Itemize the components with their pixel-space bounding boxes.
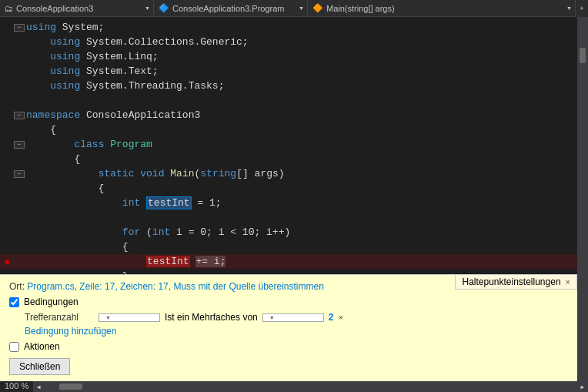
trefferanzahl-label: Trefferanzahl bbox=[25, 312, 94, 323]
code-line-18: } bbox=[0, 269, 577, 274]
line-code-5: using System.Threading.Tasks; bbox=[26, 80, 224, 92]
code-content: − using System; using System.Collections… bbox=[0, 17, 577, 274]
code-editor: − using System; using System.Collections… bbox=[0, 17, 577, 381]
line-code-15: for (int i = 0; i < 10; i++) bbox=[26, 226, 290, 238]
expand-btn-9[interactable]: − bbox=[14, 141, 25, 149]
line-code-11: static void Main(string[] args) bbox=[26, 168, 285, 179]
code-line-11: − static void Main(string[] args) bbox=[0, 166, 577, 181]
bottom-panel: Haltepunkteinstellungen × Ort: Program.c… bbox=[0, 274, 577, 381]
line-code-13: int testInt = 1; bbox=[26, 197, 222, 209]
code-line-9: − class Program bbox=[0, 137, 577, 152]
h-scroll-thumb[interactable] bbox=[59, 384, 82, 390]
project-dropdown[interactable]: 🗂 ConsoleApplication3 bbox=[0, 0, 154, 16]
expand-btn-11[interactable]: − bbox=[14, 170, 25, 178]
code-line-5: using System.Threading.Tasks; bbox=[0, 79, 577, 93]
code-line-15: for (int i = 0; i < 10; i++) bbox=[0, 225, 577, 240]
main-area: − using System; using System.Collections… bbox=[0, 17, 588, 381]
line-code-12: { bbox=[26, 183, 104, 194]
condition-row-1: Trefferanzahl Ist ein Mehrfaches von 2 × bbox=[25, 312, 568, 323]
value-badge: 2 bbox=[329, 312, 334, 323]
code-line-2: using System.Collections.Generic; bbox=[0, 35, 577, 49]
line-code-9: class Program bbox=[26, 139, 152, 150]
bedingungen-label: Bedingungen bbox=[24, 297, 79, 307]
actions-row: Aktionen bbox=[9, 341, 568, 352]
line-code-17: testInt += i; bbox=[26, 256, 226, 267]
right-scrollbar[interactable] bbox=[577, 17, 588, 381]
line-code-8: { bbox=[26, 124, 56, 136]
condition-grid: Trefferanzahl Ist ein Mehrfaches von 2 ×… bbox=[25, 312, 568, 337]
line-code-7: namespace ConsoleApplication3 bbox=[26, 109, 200, 121]
code-line-8: { bbox=[0, 122, 577, 137]
code-line-14 bbox=[0, 210, 577, 225]
line-code-16: { bbox=[26, 241, 129, 253]
trefferanzahl-dropdown[interactable] bbox=[99, 313, 160, 322]
method-icon: 🔶 bbox=[312, 3, 323, 13]
close-panel-button[interactable]: Schließen bbox=[9, 358, 70, 375]
scroll-right-arrow[interactable]: ▶ bbox=[577, 381, 588, 392]
horizontal-scrollbar[interactable] bbox=[44, 381, 577, 392]
expand-btn-1[interactable]: − bbox=[14, 24, 25, 32]
scroll-thumb[interactable] bbox=[580, 48, 586, 63]
code-line-6 bbox=[0, 93, 577, 108]
ist-ein-dropdown[interactable] bbox=[262, 313, 324, 322]
zoom-label: 100 % bbox=[0, 381, 33, 392]
line-indicator-17: ● bbox=[0, 256, 14, 268]
code-line-4: using System.Text; bbox=[0, 64, 577, 79]
aktionen-label: Aktionen bbox=[24, 341, 60, 352]
haltepunkt-close-button[interactable]: × bbox=[566, 278, 570, 286]
class-dropdown[interactable]: 🔷 ConsoleApplication3.Program bbox=[154, 0, 308, 16]
code-line-1: − using System; bbox=[0, 20, 577, 35]
line-code-1: using System; bbox=[26, 22, 104, 33]
line-code-4: using System.Text; bbox=[26, 65, 159, 77]
ist-ein-label: Ist ein Mehrfaches von bbox=[165, 312, 258, 323]
line-code-10: { bbox=[26, 153, 80, 165]
code-line-3: using System.Linq; bbox=[0, 49, 577, 64]
haltepunkt-title: Haltepunkteinstellungen bbox=[462, 276, 560, 287]
expand-btn-7[interactable]: − bbox=[14, 112, 25, 119]
method-dropdown[interactable]: 🔶 Main(string[] args) bbox=[308, 0, 576, 16]
method-select[interactable]: Main(string[] args) bbox=[326, 4, 406, 13]
code-line-17: ● testInt += i; bbox=[0, 254, 577, 269]
class-icon: 🔷 bbox=[159, 3, 169, 13]
remove-condition-button[interactable]: × bbox=[338, 313, 342, 322]
scroll-up-button[interactable]: + bbox=[576, 0, 588, 17]
bedingungen-row: Bedingungen bbox=[9, 297, 568, 307]
line-code-3: using System.Linq; bbox=[26, 51, 159, 62]
haltepunkt-header: Haltepunkteinstellungen × bbox=[455, 275, 577, 290]
add-condition-link[interactable]: Bedingung hinzufügen bbox=[25, 326, 116, 337]
title-bar: 🗂 ConsoleApplication3 🔷 ConsoleApplicati… bbox=[0, 0, 588, 17]
project-icon: 🗂 bbox=[5, 4, 13, 13]
code-line-16: { bbox=[0, 240, 577, 254]
code-line-7: − namespace ConsoleApplication3 bbox=[0, 108, 577, 122]
ort-link[interactable]: Program.cs, Zeile: 17, Zeichen: 17, Muss… bbox=[27, 281, 324, 292]
line-code-2: using System.Collections.Generic; bbox=[26, 36, 249, 48]
code-line-12: { bbox=[0, 181, 577, 196]
project-select[interactable]: ConsoleApplication3 bbox=[16, 4, 105, 13]
aktionen-checkbox[interactable] bbox=[9, 342, 19, 352]
code-line-13: int testInt = 1; bbox=[0, 196, 577, 210]
add-condition-row: Bedingung hinzufügen bbox=[25, 326, 568, 337]
ort-label: Ort: bbox=[9, 281, 25, 292]
bedingungen-checkbox[interactable] bbox=[9, 297, 19, 307]
bottom-bar: 100 % ◀ ▶ bbox=[0, 381, 588, 392]
class-select[interactable]: ConsoleApplication3.Program bbox=[172, 4, 296, 13]
code-line-10: { bbox=[0, 152, 577, 166]
scroll-left-arrow[interactable]: ◀ bbox=[33, 381, 44, 392]
